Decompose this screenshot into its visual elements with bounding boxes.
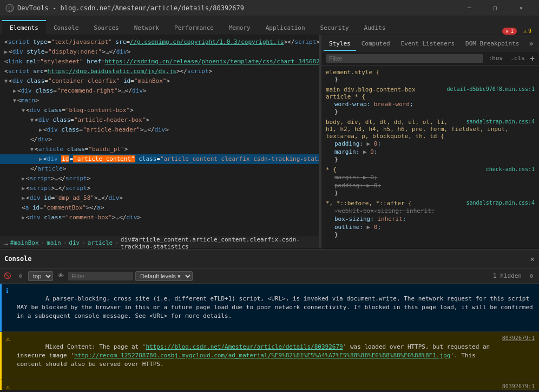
- style-prop[interactable]: padding: ▶ 0;: [326, 140, 535, 148]
- tab-sources[interactable]: Sources: [86, 20, 126, 35]
- style-prop[interactable]: word-wrap: break-word;: [326, 100, 535, 108]
- html-line[interactable]: ▶ <div style="display:none;">…</div>: [0, 47, 319, 57]
- breadcrumb-item-mainbox[interactable]: #mainBox: [10, 239, 39, 246]
- html-line[interactable]: ▶ <div class="article-header">…</div>: [0, 125, 319, 135]
- console-filter-input[interactable]: [68, 272, 133, 280]
- tab-audits[interactable]: Audits: [357, 20, 393, 35]
- styles-toolbar: :hov .cls +: [321, 51, 539, 66]
- warn-count: 9: [528, 28, 531, 34]
- styles-content: element.style { } main div.blog-content-…: [321, 66, 539, 249]
- add-style-button[interactable]: +: [530, 54, 535, 63]
- hidden-count: 1 hidden: [493, 272, 524, 279]
- html-line[interactable]: ▶ <div id="dmp_ad_58">…</div>: [0, 193, 319, 203]
- style-selector[interactable]: main div.blog-content-box detail-d5bbc97…: [326, 86, 535, 93]
- console-panel: Console ✕ 🚫 ⊘ top 👁 Default levels ▾ 1 h…: [0, 249, 539, 390]
- html-line[interactable]: ▶ <script>…</script>: [0, 184, 319, 193]
- tab-console[interactable]: Console: [46, 20, 86, 35]
- style-prop[interactable]: -webkit-box-sizing: inherit;: [326, 207, 535, 215]
- style-prop[interactable]: box-sizing: inherit;: [326, 215, 535, 223]
- more-tabs-button[interactable]: »: [526, 36, 537, 50]
- maximize-button[interactable]: □: [483, 0, 508, 16]
- message-text: Mixed Content: The page at 'https://blog…: [17, 382, 499, 390]
- html-line[interactable]: <script src=https://dup.baidustatic.com/…: [0, 67, 319, 76]
- clear-console-button[interactable]: 🚫: [2, 271, 13, 282]
- titlebar-controls: ─ □ ✕: [457, 0, 534, 16]
- style-prop[interactable]: margin: ▶ 0;: [326, 148, 535, 156]
- style-selector[interactable]: *, *::before, *::after { sandalstrap.min…: [326, 200, 535, 207]
- message-source[interactable]: 80392679:1: [502, 382, 535, 390]
- message-text: Mixed Content: The page at 'https://blog…: [17, 334, 499, 377]
- style-source-link[interactable]: check-adb.css:1: [486, 166, 535, 172]
- html-line[interactable]: ▶ <div class="comment-box">…</div>: [0, 213, 319, 223]
- tab-badges: ✕ 1 ⚠ 9: [498, 28, 539, 35]
- console-messages: ℹ A parser-blocking, cross site (i.e. di…: [0, 284, 539, 390]
- titlebar: {} DevTools - blog.csdn.net/Amesteur/art…: [0, 0, 539, 16]
- tab-event-listeners[interactable]: Event Listeners: [396, 37, 460, 51]
- elements-panel: <script type="text/javascript" src=//g.c…: [0, 35, 319, 249]
- info-icon: ℹ: [6, 286, 14, 295]
- html-line[interactable]: </div>: [0, 135, 319, 145]
- style-selector[interactable]: * { check-adb.css:1: [326, 166, 535, 173]
- console-close-button[interactable]: ✕: [530, 254, 535, 263]
- hov-button[interactable]: :hov: [487, 54, 505, 63]
- console-toolbar: 🚫 ⊘ top 👁 Default levels ▾ 1 hidden ⚙: [0, 269, 539, 284]
- style-rule-body: body, div, dl, dt, dd, ul, ol, li, sanda…: [321, 117, 539, 164]
- html-line[interactable]: ▼ <main>: [0, 96, 319, 106]
- html-line[interactable]: ▼ <div class="blog-content-box">: [0, 106, 319, 115]
- html-line[interactable]: ▼ <article class="baidu_pl">: [0, 145, 319, 154]
- style-selector[interactable]: element.style {: [326, 69, 535, 76]
- style-rule-star: * { check-adb.css:1 margin: ▶ 0; padding…: [321, 165, 539, 198]
- minimize-button[interactable]: ─: [457, 0, 482, 16]
- html-line[interactable]: ▼ <div class="article-header-box">: [0, 115, 319, 125]
- console-settings-button[interactable]: ⚙: [526, 271, 537, 282]
- msg-link[interactable]: http://recom-1252788780.cosbj.myqcloud.c…: [74, 352, 450, 359]
- message-source[interactable]: 80392679:1: [502, 334, 535, 343]
- html-line[interactable]: ▶ <div class="recommend-right">…</div>: [0, 86, 319, 96]
- cls-button[interactable]: .cls: [508, 54, 527, 63]
- breadcrumb-item-main[interactable]: main: [47, 239, 61, 246]
- console-title: Console: [4, 255, 32, 263]
- styles-filter-input[interactable]: [326, 54, 483, 63]
- tab-dom-breakpoints[interactable]: DOM Breakpoints: [460, 37, 524, 51]
- toggle-console-button[interactable]: ⊘: [15, 271, 26, 282]
- devtools-body: <script type="text/javascript" src=//g.c…: [0, 35, 539, 249]
- style-source-link[interactable]: sandalstrap.min.css:4: [466, 119, 535, 125]
- context-select[interactable]: top: [28, 271, 53, 281]
- style-source-link[interactable]: detail-d5bbc970f8.min.css:1: [446, 86, 535, 92]
- html-line-selected[interactable]: ▶ <div id="article_content" class="artic…: [0, 154, 319, 164]
- tab-styles[interactable]: Styles: [324, 37, 356, 51]
- style-prop[interactable]: outline: ▶ 0;: [326, 223, 535, 231]
- log-levels-select[interactable]: Default levels ▾: [135, 271, 193, 281]
- style-source-link[interactable]: sandalstrap.min.css:4: [466, 200, 535, 206]
- html-line[interactable]: </article>: [0, 164, 319, 174]
- style-prop[interactable]: padding: ▶ 0;: [326, 181, 535, 190]
- html-line[interactable]: ▼ <div class="container clearfix" id="ma…: [0, 76, 319, 86]
- breadcrumb-item-div[interactable]: div: [69, 239, 80, 246]
- style-rule-before-after: *, *::before, *::after { sandalstrap.min…: [321, 199, 539, 239]
- breadcrumb-dots: …: [4, 239, 8, 246]
- tab-memory[interactable]: Memory: [221, 20, 258, 35]
- error-badge: ✕ 1: [502, 28, 517, 35]
- tab-performance[interactable]: Performance: [167, 20, 221, 35]
- html-line[interactable]: ▶ <script>…</script>: [0, 174, 319, 184]
- styles-tab-bar: Styles Computed Event Listeners DOM Brea…: [321, 35, 539, 51]
- tab-computed[interactable]: Computed: [356, 37, 396, 51]
- close-button[interactable]: ✕: [509, 0, 534, 16]
- html-line[interactable]: <a id="commentBox"></a>: [0, 203, 319, 213]
- warn-icon: ⚠: [523, 28, 527, 34]
- error-count: 1: [510, 28, 514, 34]
- tab-security[interactable]: Security: [313, 20, 357, 35]
- html-line[interactable]: <script type="text/javascript" src=//g.c…: [0, 37, 319, 47]
- tab-network[interactable]: Network: [127, 20, 167, 35]
- breadcrumb-item-article[interactable]: article: [88, 239, 113, 246]
- tab-application[interactable]: Application: [258, 20, 313, 35]
- console-message-info: ℹ A parser-blocking, cross site (i.e. di…: [0, 284, 539, 332]
- msg-link[interactable]: https://blog.csdn.net/Amesteur/article/d…: [146, 343, 343, 350]
- tab-elements[interactable]: Elements: [2, 20, 46, 35]
- style-prop[interactable]: margin: ▶ 0;: [326, 173, 535, 181]
- html-line[interactable]: <link rel="stylesheet" href=https://csdn…: [0, 57, 319, 67]
- warn-icon-2: ⚠: [6, 383, 14, 390]
- eye-button[interactable]: 👁: [55, 271, 66, 282]
- devtools-icon: {}: [5, 4, 14, 12]
- style-selector[interactable]: body, div, dl, dt, dd, ul, ol, li, sanda…: [326, 119, 535, 126]
